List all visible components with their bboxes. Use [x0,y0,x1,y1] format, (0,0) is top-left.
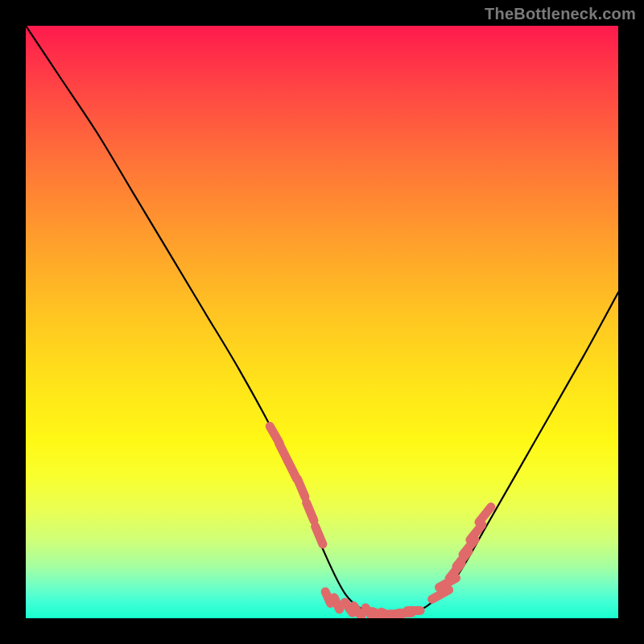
curve-markers-bottom [325,592,420,618]
curve-marker [307,502,314,520]
curve-marker [334,597,339,609]
curve-markers-left [270,426,323,544]
curve-markers-right [432,507,491,600]
chart-plot-area [26,26,618,618]
curve-marker [353,606,361,617]
watermark-text: TheBottleneck.com [485,5,636,23]
curve-marker [298,479,305,497]
bottleneck-curve-path [26,26,618,616]
curve-marker [316,526,323,544]
chart-svg [26,26,618,618]
curve-marker [325,592,330,604]
